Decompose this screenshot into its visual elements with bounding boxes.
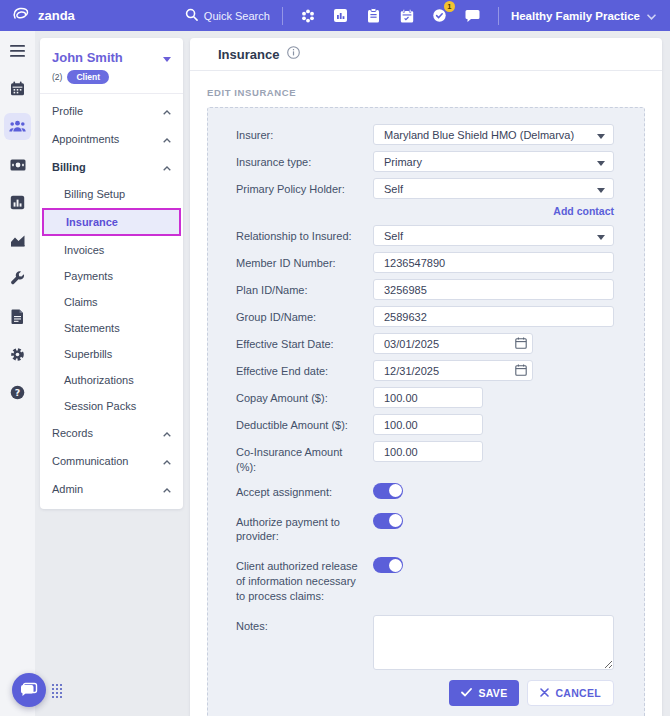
cancel-button-label: CANCEL bbox=[555, 687, 601, 699]
release-info-label: Client authorized release of information… bbox=[236, 555, 373, 604]
info-icon[interactable] bbox=[287, 45, 300, 63]
documents-icon[interactable] bbox=[4, 303, 31, 330]
chat-bubble-icon bbox=[20, 681, 38, 700]
sidebar-item-authorizations[interactable]: Authorizations bbox=[40, 367, 183, 393]
calendar-icon[interactable] bbox=[4, 75, 31, 102]
menu-icon[interactable] bbox=[4, 37, 31, 64]
chevron-down-icon bbox=[647, 10, 656, 22]
zanda-logo[interactable]: zanda bbox=[12, 6, 75, 25]
close-icon bbox=[540, 687, 549, 699]
sidebar-item-label: Profile bbox=[52, 105, 83, 117]
form-row: Authorize payment to provider: bbox=[236, 511, 614, 545]
sidebar-item-label: Communication bbox=[52, 455, 128, 467]
divider bbox=[498, 7, 499, 25]
tools-icon[interactable] bbox=[4, 265, 31, 292]
chat-widget-button[interactable] bbox=[12, 673, 46, 707]
sidebar-item-label: Records bbox=[52, 427, 93, 439]
sidebar-item-payments[interactable]: Payments bbox=[40, 263, 183, 289]
reports-icon[interactable] bbox=[4, 189, 31, 216]
notification-badge: 1 bbox=[444, 1, 455, 12]
coinsurance-input[interactable] bbox=[373, 441, 483, 462]
relationship-selected-value: Self bbox=[384, 230, 403, 242]
member-id-input[interactable] bbox=[373, 252, 614, 273]
calendar-picker-icon[interactable] bbox=[515, 337, 527, 352]
sidebar-item-records[interactable]: Records bbox=[40, 419, 183, 447]
client-type-badge: Client bbox=[67, 70, 109, 84]
analytics-icon[interactable] bbox=[4, 227, 31, 254]
sidebar-item-superbills[interactable]: Superbills bbox=[40, 341, 183, 367]
clients-icon[interactable] bbox=[4, 113, 31, 140]
sidebar-item-billing[interactable]: Billing bbox=[40, 153, 183, 181]
search-icon bbox=[185, 8, 198, 23]
reports-icon[interactable] bbox=[328, 4, 354, 28]
client-header: John Smith (2) Client bbox=[40, 38, 183, 94]
copay-input[interactable] bbox=[373, 387, 483, 408]
save-button[interactable]: SAVE bbox=[449, 680, 519, 706]
release-info-toggle[interactable] bbox=[373, 557, 403, 573]
end-date-input[interactable] bbox=[373, 360, 533, 381]
form-row: Client authorized release of information… bbox=[236, 555, 614, 604]
sidebar-item-label: Admin bbox=[52, 483, 83, 495]
quick-search-label: Quick Search bbox=[204, 10, 270, 22]
sidebar-item-admin[interactable]: Admin bbox=[40, 475, 183, 503]
sidebar-item-session-packs[interactable]: Session Packs bbox=[40, 393, 183, 419]
svg-text:?: ? bbox=[15, 387, 21, 398]
edit-insurance-form: Insurer: Maryland Blue Shield HMO (Delma… bbox=[207, 107, 645, 716]
notes-textarea[interactable] bbox=[373, 615, 614, 670]
sidebar-item-communication[interactable]: Communication bbox=[40, 447, 183, 475]
deductible-label: Deductible Amount ($): bbox=[236, 414, 373, 433]
relationship-select[interactable]: Self bbox=[373, 225, 614, 246]
clipboard-icon[interactable] bbox=[361, 4, 387, 28]
tasks-clock-icon[interactable]: 1 bbox=[427, 4, 453, 28]
copay-label: Copay Amount ($): bbox=[236, 387, 373, 406]
form-row: Copay Amount ($): bbox=[236, 387, 614, 408]
client-name-selector[interactable]: John Smith bbox=[52, 48, 171, 66]
form-row: Group ID/Name: bbox=[236, 306, 614, 327]
sidebar-item-insurance[interactable]: Insurance bbox=[42, 208, 181, 236]
policy-holder-select[interactable]: Self bbox=[373, 178, 614, 199]
chevron-up-icon bbox=[163, 455, 171, 467]
brand-name: zanda bbox=[38, 8, 75, 23]
add-contact-link[interactable]: Add contact bbox=[553, 205, 614, 217]
calendar-icon[interactable] bbox=[394, 4, 420, 28]
caret-down-icon bbox=[597, 156, 605, 168]
form-row: Relationship to Insured: Self bbox=[236, 225, 614, 246]
insurer-select[interactable]: Maryland Blue Shield HMO (Delmarva) bbox=[373, 124, 614, 145]
group-id-input[interactable] bbox=[373, 306, 614, 327]
sidebar-item-statements[interactable]: Statements bbox=[40, 315, 183, 341]
plan-id-input[interactable] bbox=[373, 279, 614, 300]
form-row: Effective End date: bbox=[236, 360, 614, 381]
start-date-input[interactable] bbox=[373, 333, 533, 354]
drag-handle-dots[interactable] bbox=[52, 684, 64, 700]
sidebar-item-billing-setup[interactable]: Billing Setup bbox=[40, 181, 183, 207]
relationship-label: Relationship to Insured: bbox=[236, 225, 373, 244]
form-row: Deductible Amount ($): bbox=[236, 414, 614, 435]
topbar-icon-group: 1 bbox=[295, 4, 486, 28]
billing-icon[interactable] bbox=[4, 151, 31, 178]
insurance-type-select[interactable]: Primary bbox=[373, 151, 614, 172]
sidebar-item-invoices[interactable]: Invoices bbox=[40, 237, 183, 263]
calendar-picker-icon[interactable] bbox=[515, 364, 527, 379]
group-id-label: Group ID/Name: bbox=[236, 306, 373, 325]
messages-icon[interactable] bbox=[460, 4, 486, 28]
settings-flower-icon[interactable] bbox=[295, 4, 321, 28]
sidebar-item-profile[interactable]: Profile bbox=[40, 97, 183, 125]
settings-gear-icon[interactable] bbox=[4, 341, 31, 368]
quick-search-button[interactable]: Quick Search bbox=[185, 8, 270, 23]
accept-assignment-label: Accept assignment: bbox=[236, 481, 373, 500]
sidebar-item-appointments[interactable]: Appointments bbox=[40, 125, 183, 153]
deductible-input[interactable] bbox=[373, 414, 483, 435]
toggle-knob bbox=[389, 559, 402, 572]
authorize-payment-toggle[interactable] bbox=[373, 513, 403, 529]
end-date-label: Effective End date: bbox=[236, 360, 373, 379]
app-icon-rail: ? bbox=[0, 31, 35, 716]
cancel-button[interactable]: CANCEL bbox=[527, 680, 614, 706]
help-icon[interactable]: ? bbox=[4, 379, 31, 406]
insurer-selected-value: Maryland Blue Shield HMO (Delmarva) bbox=[384, 129, 574, 141]
practice-selector[interactable]: Healthy Family Practice bbox=[511, 10, 660, 22]
chevron-up-icon bbox=[163, 483, 171, 495]
sidebar-item-claims[interactable]: Claims bbox=[40, 289, 183, 315]
form-row: Member ID Number: bbox=[236, 252, 614, 273]
chevron-up-icon bbox=[163, 105, 171, 117]
accept-assignment-toggle[interactable] bbox=[373, 483, 403, 499]
